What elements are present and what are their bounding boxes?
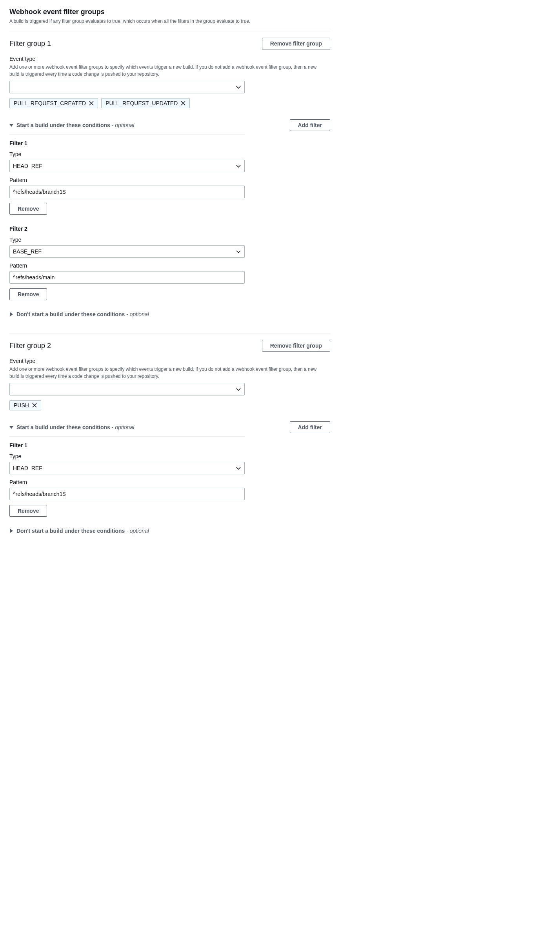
start-build-label: Start a build under these conditions	[16, 424, 110, 430]
remove-tag-icon[interactable]	[89, 101, 94, 106]
filter-type-select[interactable]	[9, 462, 245, 474]
event-type-select[interactable]	[9, 383, 245, 395]
divider	[9, 134, 245, 135]
event-type-label: Event type	[9, 56, 330, 62]
dash: -	[110, 424, 115, 430]
page-header: Webhook event filter groups A build is t…	[9, 8, 330, 24]
pattern-input[interactable]	[9, 271, 245, 284]
start-build-toggle[interactable]: Start a build under these conditions - o…	[9, 424, 245, 430]
remove-tag-icon[interactable]	[181, 101, 185, 106]
caret-down-icon	[9, 123, 13, 127]
event-type-input[interactable]	[9, 81, 245, 93]
divider	[9, 436, 245, 437]
event-type-label: Event type	[9, 358, 330, 364]
event-type-description: Add one or more webhook event filter gro…	[9, 64, 323, 78]
optional-label: optional	[130, 528, 149, 534]
filter-title: Filter 1	[9, 442, 330, 448]
type-label: Type	[9, 453, 330, 459]
divider	[9, 333, 330, 333]
optional-label: optional	[115, 122, 134, 128]
dont-start-label: Don't start a build under these conditio…	[16, 311, 125, 317]
type-label: Type	[9, 237, 330, 243]
remove-tag-icon[interactable]	[32, 403, 37, 408]
event-tag: PULL_REQUEST_UPDATED	[101, 98, 190, 108]
filter-block: Filter 1 Type Pattern Remove	[9, 140, 330, 215]
pattern-input[interactable]	[9, 186, 245, 198]
event-tag-label: PULL_REQUEST_CREATED	[14, 100, 86, 106]
event-type-description: Add one or more webhook event filter gro…	[9, 366, 323, 380]
dash: -	[110, 122, 115, 128]
filter-type-input[interactable]	[9, 462, 245, 474]
remove-filter-button[interactable]: Remove	[9, 505, 47, 517]
event-tag: PUSH	[9, 400, 41, 410]
filter-group-2: Filter group 2 Remove filter group Event…	[9, 340, 330, 534]
pattern-label: Pattern	[9, 479, 330, 485]
filter-block: Filter 1 Type Pattern Remove	[9, 442, 330, 517]
optional-label: optional	[130, 311, 149, 317]
start-build-toggle[interactable]: Start a build under these conditions - o…	[9, 122, 245, 128]
filter-type-select[interactable]	[9, 160, 245, 172]
pattern-input[interactable]	[9, 488, 245, 500]
filter-group-title: Filter group 2	[9, 342, 51, 350]
filter-title: Filter 1	[9, 140, 330, 146]
event-tag: PULL_REQUEST_CREATED	[9, 98, 98, 108]
remove-filter-button[interactable]: Remove	[9, 203, 47, 215]
dash: -	[125, 311, 129, 317]
filter-block: Filter 2 Type Pattern Remove	[9, 226, 330, 300]
dont-start-toggle[interactable]: Don't start a build under these conditio…	[9, 311, 330, 317]
event-type-input[interactable]	[9, 383, 245, 395]
remove-filter-group-button[interactable]: Remove filter group	[262, 38, 330, 49]
caret-right-icon	[9, 312, 13, 316]
event-type-select[interactable]	[9, 81, 245, 93]
event-tag-label: PUSH	[14, 402, 29, 408]
start-build-label: Start a build under these conditions	[16, 122, 110, 128]
caret-right-icon	[9, 529, 13, 533]
pattern-label: Pattern	[9, 262, 330, 269]
page-title: Webhook event filter groups	[9, 8, 330, 16]
add-filter-button[interactable]: Add filter	[290, 119, 330, 131]
caret-down-icon	[9, 425, 13, 429]
remove-filter-group-button[interactable]: Remove filter group	[262, 340, 330, 352]
dont-start-toggle[interactable]: Don't start a build under these conditio…	[9, 528, 330, 534]
dash: -	[125, 528, 129, 534]
event-tag-label: PULL_REQUEST_UPDATED	[105, 100, 178, 106]
add-filter-button[interactable]: Add filter	[290, 421, 330, 433]
optional-label: optional	[115, 424, 134, 430]
filter-group-title: Filter group 1	[9, 40, 51, 48]
pattern-label: Pattern	[9, 177, 330, 183]
filter-type-select[interactable]	[9, 245, 245, 258]
filter-type-input[interactable]	[9, 245, 245, 258]
filter-group-1: Filter group 1 Remove filter group Event…	[9, 38, 330, 317]
dont-start-label: Don't start a build under these conditio…	[16, 528, 125, 534]
remove-filter-button[interactable]: Remove	[9, 288, 47, 300]
page-description: A build is triggered if any filter group…	[9, 18, 330, 24]
type-label: Type	[9, 151, 330, 157]
filter-title: Filter 2	[9, 226, 330, 232]
filter-type-input[interactable]	[9, 160, 245, 172]
divider	[9, 31, 330, 31]
